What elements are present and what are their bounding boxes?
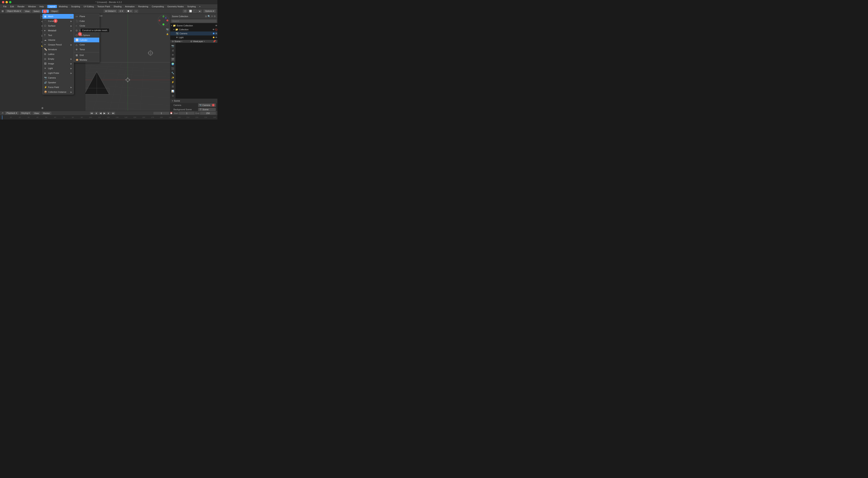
menu-scripting[interactable]: Scripting xyxy=(186,5,197,8)
view-menu[interactable]: View xyxy=(23,10,31,13)
outliner-item-camera[interactable]: 📷 Camera 👁 xyxy=(170,32,217,35)
outliner-item-scene-collection[interactable]: ▾ 📁 Scene Collection 👁 xyxy=(170,24,217,28)
menu-texture-paint[interactable]: Texture Paint xyxy=(96,5,112,8)
jump-end-btn[interactable]: ⏭ xyxy=(111,111,115,115)
mesh-plane[interactable]: ▭ Plane xyxy=(74,14,99,19)
menu-compositing[interactable]: Compositing xyxy=(150,5,165,8)
end-frame-input[interactable]: 250 xyxy=(200,112,216,115)
eye-icon-camera[interactable]: 👁 xyxy=(215,32,217,35)
add-menu-lattice[interactable]: ⊞ Lattice xyxy=(42,52,74,57)
menu-animation[interactable]: Animation xyxy=(123,5,136,8)
snap-toggle[interactable]: 🔲 ▾ xyxy=(125,9,133,13)
menu-help[interactable]: Help xyxy=(38,5,45,8)
playback-menu[interactable]: Playback ▾ xyxy=(5,111,19,115)
menu-geometry-nodes[interactable]: Geometry Nodes xyxy=(166,5,185,8)
view-timeline-menu[interactable]: View xyxy=(32,111,40,115)
shading-wireframe[interactable]: ⬡ xyxy=(183,9,187,13)
mesh-uv-sphere[interactable]: ⊙ UV Sphere xyxy=(74,28,99,33)
add-menu-metaball[interactable]: ● Metaball ▶ xyxy=(42,28,74,33)
play-reverse-btn[interactable]: ◀ xyxy=(99,111,102,115)
menu-uv-editing[interactable]: UV Editing xyxy=(82,5,95,8)
prop-value-background[interactable]: 🎬 Scene xyxy=(198,108,216,111)
prop-icon-constraints[interactable]: ⛓ xyxy=(171,85,175,89)
shading-material[interactable]: ⬛ xyxy=(193,9,197,13)
add-menu-curve[interactable]: ⌒ Curve ▶ xyxy=(42,19,74,24)
marker-menu[interactable]: Marker xyxy=(41,111,52,115)
mesh-cylinder[interactable]: ⬜ Cylinder xyxy=(74,38,99,42)
add-menu-force-field[interactable]: ⚡ Force Field ▶ xyxy=(42,85,74,90)
view-camera-button[interactable]: 📷 xyxy=(165,28,169,32)
shading-rendered[interactable]: ● xyxy=(197,10,202,13)
prev-frame-btn[interactable]: ⏴ xyxy=(94,111,98,115)
menu-window[interactable]: Window xyxy=(27,5,37,8)
add-menu-mesh[interactable]: ▦ Mesh ▶ xyxy=(42,14,74,19)
jump-start-btn[interactable]: ⏮ xyxy=(90,111,94,115)
start-frame-input[interactable]: 1 xyxy=(179,112,194,115)
prop-section-scene-header[interactable]: ▾ Scene xyxy=(170,99,217,103)
add-menu-grease-pencil[interactable]: ✏ Grease Pencil ▶ xyxy=(42,42,74,47)
editor-type-selector[interactable]: ⊞ xyxy=(2,10,4,12)
filter-icon[interactable]: ⊞ xyxy=(205,15,207,18)
menu-rendering[interactable]: Rendering xyxy=(137,5,150,8)
mesh-monkey[interactable]: 🐵 Monkey xyxy=(74,58,99,62)
options-menu[interactable]: Options ▾ xyxy=(204,9,216,13)
camera-remove-btn[interactable]: × xyxy=(212,104,215,106)
add-menu-armature[interactable]: 🦴 Armature xyxy=(42,47,74,52)
proportional-edit[interactable]: ○ xyxy=(134,10,138,13)
prop-icon-modifiers[interactable]: 🔧 xyxy=(171,71,175,75)
add-menu-volume[interactable]: ☁ Volume xyxy=(42,38,74,42)
play-btn[interactable]: ▶ xyxy=(103,111,106,115)
add-menu-camera[interactable]: 📷 Camera xyxy=(42,75,74,80)
tool-extra[interactable]: ⊕ xyxy=(40,106,45,110)
menu-edit[interactable]: Edit xyxy=(9,5,16,8)
timeline-ruler[interactable]: 1 10 20 30 40 50 60 70 80 90 100 110 120… xyxy=(0,115,217,120)
close-button[interactable] xyxy=(2,1,4,3)
next-frame-btn[interactable]: ⏵ xyxy=(107,111,111,115)
current-frame-input[interactable]: 1 xyxy=(153,112,169,115)
mesh-torus[interactable]: ⊗ Torus xyxy=(74,47,99,52)
mesh-grid[interactable]: ▦ Grid xyxy=(74,53,99,58)
menu-file[interactable]: File xyxy=(2,5,8,8)
outliner-item-collection[interactable]: ▾ 📁 Collection 👁 🚫 xyxy=(170,28,217,32)
outliner-item-light[interactable]: ☀ Light 👁 xyxy=(170,35,217,39)
shading-solid[interactable]: ⬜ xyxy=(188,9,192,13)
mesh-circle[interactable]: ○ Circle xyxy=(74,24,99,28)
prop-icon-scene[interactable]: 🎬 xyxy=(171,57,175,62)
eye-icon-collection[interactable]: 👁 xyxy=(213,28,215,31)
prop-icon-data[interactable]: 📊 xyxy=(171,89,175,93)
add-menu-empty[interactable]: ◎ Empty ▶ xyxy=(42,57,74,61)
props-viewlayer-selector[interactable]: ⊙ ViewLayer ▾ xyxy=(190,40,205,43)
prop-icon-particles[interactable]: ✨ xyxy=(171,75,175,80)
prop-icon-world[interactable]: 🌍 xyxy=(171,62,175,66)
eye-icon-light[interactable]: 👁 xyxy=(215,36,217,39)
add-menu-light[interactable]: ☀ Light ▶ xyxy=(42,66,74,71)
prop-icon-output[interactable]: 🖨 xyxy=(171,48,175,53)
props-scene-selector[interactable]: ⊙ Scene ▾ xyxy=(172,40,182,43)
props-pin-icon[interactable]: 📌 xyxy=(213,40,216,43)
transform-orientation[interactable]: ⊕ Global ▾ xyxy=(103,9,117,13)
prop-icon-physics[interactable]: ⚡ xyxy=(171,80,175,84)
menu-plus[interactable]: + xyxy=(198,5,202,8)
prop-icon-render[interactable]: 📷 xyxy=(171,44,175,48)
prop-icon-material[interactable]: ◎ xyxy=(171,94,175,98)
mesh-cone[interactable]: △ Cone xyxy=(74,42,99,47)
outliner-search-input[interactable] xyxy=(171,20,217,23)
eye-icon-scene[interactable]: 👁 xyxy=(215,24,217,27)
keying-menu[interactable]: Keying ▾ xyxy=(20,111,32,115)
mesh-cube[interactable]: ⬛ Cube xyxy=(74,19,99,24)
add-menu-surface[interactable]: ⬡ Surface ▶ xyxy=(42,24,74,28)
prop-value-camera[interactable]: 📷 Camera × xyxy=(198,103,216,107)
add-menu-text[interactable]: T Text xyxy=(42,33,74,38)
transform-pivot[interactable]: ⊙ ▾ xyxy=(118,9,125,13)
object-menu[interactable]: Object xyxy=(50,10,59,13)
view-lock-button[interactable]: 🔒 xyxy=(165,32,169,36)
menu-sculpting[interactable]: Sculpting xyxy=(69,5,82,8)
restrict-icon-collection[interactable]: 🚫 xyxy=(215,29,217,31)
maximize-button[interactable] xyxy=(9,1,11,3)
prop-icon-view[interactable]: 👁 xyxy=(171,53,175,57)
settings-icon[interactable]: ⚙ xyxy=(214,15,216,18)
select-menu[interactable]: Select xyxy=(32,10,41,13)
menu-layout[interactable]: Layout xyxy=(47,5,57,8)
prop-icon-object[interactable]: ⬛ xyxy=(171,66,175,71)
menu-modeling[interactable]: Modeling xyxy=(57,5,69,8)
